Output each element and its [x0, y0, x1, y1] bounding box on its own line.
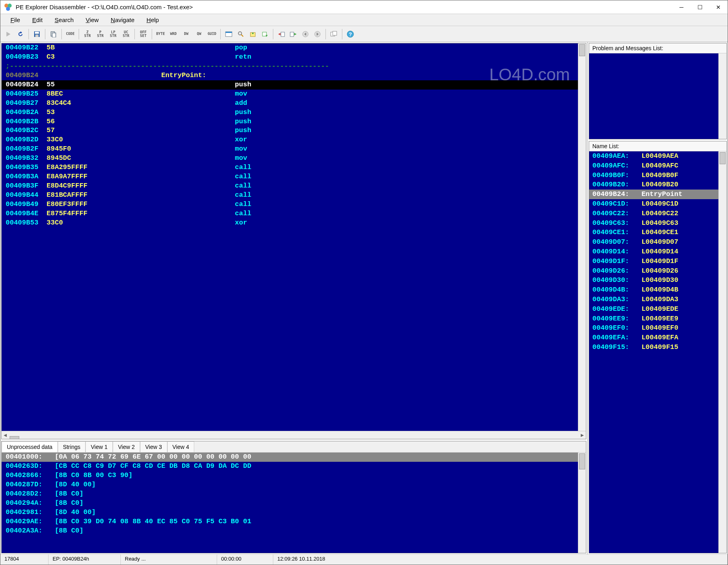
toolbar-zstr[interactable]: Z STR — [81, 31, 94, 38]
tab-unprocessed-data[interactable]: Unprocessed data — [2, 441, 58, 452]
name-list[interactable]: 00409AEA: L00409AEA00409AFC: L00409AFC00… — [589, 151, 718, 553]
name-item[interactable]: 00409F15: L00409F15 — [589, 343, 718, 352]
disasm-hscroll[interactable]: ◄► — [2, 431, 586, 439]
disasm-line[interactable]: 00409B4E E875F4FFFF call — [2, 209, 578, 218]
messages-list[interactable] — [589, 53, 718, 139]
toolbar-qw[interactable]: QW — [193, 32, 205, 36]
disasm-line[interactable]: 00409B22 5B pop — [2, 43, 578, 53]
copy-button[interactable] — [48, 29, 59, 40]
menu-search[interactable]: Search — [49, 15, 80, 24]
disasm-vscroll[interactable] — [578, 43, 586, 431]
tab-view-4[interactable]: View 4 — [167, 441, 195, 452]
tool1-button[interactable] — [247, 29, 258, 40]
hex-line[interactable]: 00402981: [8D 40 00] — [2, 508, 578, 517]
minimize-button[interactable]: ─ — [672, 0, 691, 14]
name-item[interactable]: 00409B0F: L00409B0F — [589, 171, 718, 180]
tab-view-3[interactable]: View 3 — [140, 441, 167, 452]
disasm-line[interactable]: 00409B44 E81BCAFFFF call — [2, 191, 578, 200]
name-item[interactable]: 00409EF0: L00409EF0 — [589, 323, 718, 333]
name-item[interactable]: 00409D1F: L00409D1F — [589, 257, 718, 266]
hex-line[interactable]: 0040263D: [CB CC C8 C9 D7 CF C8 CD CE DB… — [2, 462, 578, 471]
toolbar-pstr[interactable]: P STR — [94, 31, 106, 38]
toolbar-dw[interactable]: DW — [180, 32, 192, 36]
name-item[interactable]: 00409C63: L00409C63 — [589, 218, 718, 228]
name-item[interactable]: 00409AEA: L00409AEA — [589, 151, 718, 161]
menu-view[interactable]: View — [80, 15, 105, 24]
toolbar-code[interactable]: CODE — [64, 32, 76, 36]
close-button[interactable]: ✕ — [709, 0, 728, 14]
disasm-line[interactable]: 00409B2B 56 push — [2, 117, 578, 126]
name-item[interactable]: 00409B20: L00409B20 — [589, 180, 718, 190]
name-item[interactable]: 00409EFA: L00409EFA — [589, 333, 718, 343]
messages-vscroll[interactable] — [718, 53, 726, 139]
tabs: Unprocessed dataStringsView 1View 2View … — [2, 441, 586, 453]
tab-strings[interactable]: Strings — [58, 441, 86, 452]
names-vscroll[interactable] — [718, 151, 726, 553]
name-item[interactable]: 00409DA3: L00409DA3 — [589, 295, 718, 304]
hex-line[interactable]: 0040287D: [8D 40 00] — [2, 480, 578, 490]
name-item[interactable]: 00409EE9: L00409EE9 — [589, 314, 718, 324]
disasm-line[interactable]: 00409B2D 33C0 xor — [2, 135, 578, 145]
disasm-line[interactable]: 00409B2F 8945F0 mov — [2, 145, 578, 154]
hex-line[interactable]: 004029AE: [8B C0 39 D0 74 08 8B 40 EC 85… — [2, 517, 578, 526]
toolbar-offset[interactable]: OFF SET — [137, 31, 149, 38]
disasm-line[interactable]: 00409B32 8945DC mov — [2, 154, 578, 163]
name-item[interactable]: 00409D07: L00409D07 — [589, 237, 718, 247]
name-item[interactable]: 00409D26: L00409D26 — [589, 266, 718, 276]
name-item[interactable]: 00409CE1: L00409CE1 — [589, 228, 718, 237]
toolbar-byte[interactable]: BYTE — [155, 32, 167, 36]
name-item[interactable]: 00409EDE: L00409EDE — [589, 304, 718, 314]
disasm-line[interactable]: 00409B27 83C4C4 add — [2, 99, 578, 108]
name-item[interactable]: 00409D4B: L00409D4B — [589, 285, 718, 295]
hex-line[interactable]: 00402A3A: [8B C0] — [2, 526, 578, 536]
hex-line[interactable]: 0040294A: [8B C0] — [2, 499, 578, 508]
hex-line[interactable]: 00402866: [8B C0 8B 00 C3 90] — [2, 471, 578, 480]
name-item[interactable]: 00409B24: EntryPoint — [589, 190, 718, 199]
hex-listing[interactable]: 00401000: [0A 06 73 74 72 69 6E 67 00 00… — [2, 453, 578, 553]
forward-button[interactable] — [312, 29, 323, 40]
toolbar-wrd[interactable]: WRD — [167, 32, 179, 36]
tab-view-2[interactable]: View 2 — [113, 441, 140, 452]
disasm-line[interactable]: 00409B53 33C0 xor — [2, 218, 578, 228]
disasm-line[interactable]: 00409B25 8BEC mov — [2, 90, 578, 99]
goto-target-button[interactable] — [276, 29, 287, 40]
help-button[interactable]: ? — [345, 29, 356, 40]
name-item[interactable]: 00409C22: L00409C22 — [589, 209, 718, 218]
disasm-line[interactable]: 00409B2C 57 push — [2, 126, 578, 135]
refresh-button[interactable] — [15, 29, 26, 40]
disasm-line[interactable]: 00409B2A 53 push — [2, 108, 578, 117]
toolbar-lpstr[interactable]: LP STR — [107, 31, 119, 38]
maximize-button[interactable]: ☐ — [691, 0, 709, 14]
disasm-line[interactable]: 00409B49 E80EF3FFFF call — [2, 200, 578, 209]
menu-edit[interactable]: Edit — [26, 15, 49, 24]
save-button[interactable] — [31, 29, 43, 40]
disasm-line[interactable]: 00409B23 C3 retn — [2, 53, 578, 62]
disasm-line[interactable]: 00409B3F E8D4C9FFFF call — [2, 182, 578, 191]
tab-view-1[interactable]: View 1 — [85, 441, 113, 452]
menu-navigate[interactable]: Navigate — [105, 15, 140, 24]
name-item[interactable]: 00409D14: L00409D14 — [589, 247, 718, 257]
hex-line[interactable]: 00401000: [0A 06 73 74 72 69 6E 67 00 00… — [2, 453, 578, 462]
name-item[interactable]: 00409AFC: L00409AFC — [589, 161, 718, 171]
disassembly-listing[interactable]: LO4D.com 00409B22 5B pop00409B23 C3 retn… — [2, 43, 578, 431]
hex-vscroll[interactable] — [578, 453, 586, 553]
disasm-line[interactable]: ;---------------------------------------… — [2, 62, 578, 71]
window-button[interactable] — [223, 29, 234, 40]
hex-line[interactable]: 004028D2: [8B C0] — [2, 490, 578, 499]
run-button[interactable] — [3, 29, 14, 40]
disasm-line[interactable]: 00409B24 55 push — [2, 80, 578, 90]
back-button[interactable] — [300, 29, 311, 40]
find-button[interactable] — [235, 29, 246, 40]
windows-button[interactable] — [328, 29, 340, 40]
disasm-line[interactable]: 00409B24 EntryPoint: — [2, 71, 578, 80]
toolbar-guid[interactable]: GUID — [206, 32, 218, 36]
name-item[interactable]: 00409C1D: L00409C1D — [589, 199, 718, 209]
menu-file[interactable]: File — [4, 15, 26, 24]
toolbar-ucstr[interactable]: UC STR — [120, 31, 132, 38]
goto-source-button[interactable] — [288, 29, 299, 40]
disasm-line[interactable]: 00409B3A E8A9A7FFFF call — [2, 172, 578, 182]
name-item[interactable]: 00409D30: L00409D30 — [589, 275, 718, 285]
tool2-button[interactable] — [259, 29, 270, 40]
disasm-line[interactable]: 00409B35 E8A295FFFF call — [2, 163, 578, 172]
menu-help[interactable]: Help — [140, 15, 165, 24]
